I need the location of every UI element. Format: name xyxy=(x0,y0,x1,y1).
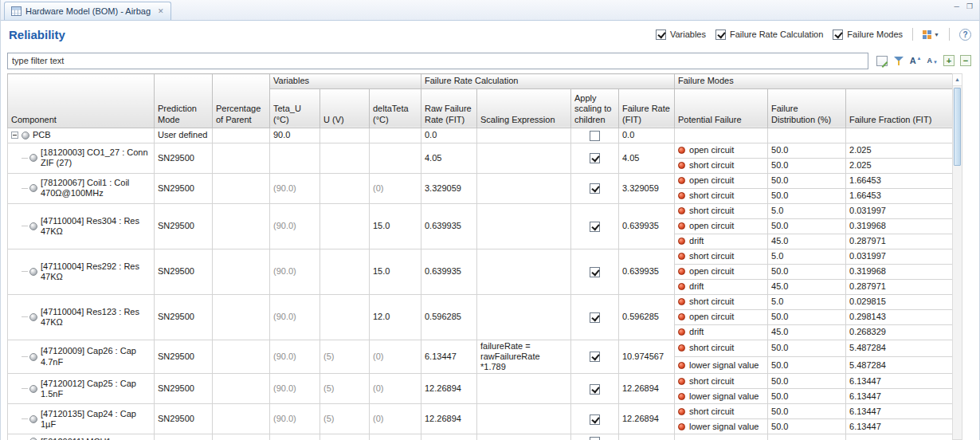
cell-failure-fraction[interactable]: 1.66453 xyxy=(846,188,953,203)
cell-teta-u[interactable]: (90.0) xyxy=(270,173,320,203)
cell-failure-distribution[interactable]: 50.0 xyxy=(768,188,846,203)
column-header-failure-distribution[interactable]: Failure Distribution (%) xyxy=(768,88,846,128)
cell-potential-failure[interactable]: short circuit xyxy=(675,249,768,264)
cell-raw-failure-rate[interactable]: 0.639935 xyxy=(421,249,477,294)
column-header-teta-u[interactable]: Teta_U (°C) xyxy=(270,88,320,128)
cell-percentage-of-parent[interactable] xyxy=(213,434,270,440)
cell-percentage-of-parent[interactable] xyxy=(213,128,270,143)
component-name[interactable]: [47120012] Cap25 : Cap 1.5nF xyxy=(41,379,151,399)
column-header-prediction-mode[interactable]: Prediction Mode xyxy=(155,74,213,128)
filter-input[interactable] xyxy=(7,53,868,69)
cell-raw-failure-rate[interactable]: 0.639935 xyxy=(421,203,477,249)
cell-failure-fraction[interactable]: 6.13447 xyxy=(846,404,953,419)
apply-scaling-checkbox[interactable] xyxy=(590,437,600,440)
cell-raw-failure-rate[interactable]: 12.26894 xyxy=(421,404,477,434)
cell-delta-teta[interactable]: (0) xyxy=(370,374,421,404)
cell-delta-teta[interactable]: (0) xyxy=(370,173,421,203)
cell-u[interactable]: (5) xyxy=(320,374,370,404)
cell-failure-fraction[interactable]: 2.025 xyxy=(846,143,953,158)
cell-teta-u[interactable]: (90.0) xyxy=(270,203,320,249)
toggle-failure-rate-calculation[interactable]: Failure Rate Calculation xyxy=(715,29,823,40)
cell-raw-failure-rate[interactable]: 4.05 xyxy=(421,143,477,173)
checkbox-icon[interactable] xyxy=(715,29,726,40)
column-header-u[interactable]: U (V) xyxy=(320,88,370,128)
column-header-apply-scaling[interactable]: Apply scaling to children xyxy=(571,88,619,128)
cell-failure-fraction[interactable]: 5.487284 xyxy=(846,340,953,356)
column-header-percentage-of-parent[interactable]: Percentage of Parent xyxy=(213,74,270,128)
checkbox-icon[interactable] xyxy=(833,29,843,40)
cell-teta-u[interactable] xyxy=(270,143,320,173)
cell-failure-distribution[interactable]: 50.0 xyxy=(768,374,846,389)
cell-u[interactable] xyxy=(320,128,370,143)
cell-raw-failure-rate[interactable]: 3.329059 xyxy=(421,173,477,203)
expand-all-icon[interactable]: + xyxy=(943,55,955,66)
cell-potential-failure[interactable]: short circuit xyxy=(675,340,768,356)
vertical-scrollbar[interactable]: ▲ xyxy=(952,73,962,440)
cell-potential-failure[interactable]: open circuit xyxy=(675,173,768,188)
cell-failure-distribution[interactable]: 5.0 xyxy=(768,203,846,218)
cell-u[interactable]: (5) xyxy=(320,404,370,434)
component-name[interactable]: [18120003] CO1_27 : Conn ZIF (27) xyxy=(41,147,151,168)
cell-prediction-mode[interactable]: SN29500 xyxy=(155,143,213,173)
table-edit-icon[interactable] xyxy=(876,56,888,66)
cell-failure-rate[interactable]: 10.974567 xyxy=(619,340,675,374)
cell-failure-distribution[interactable]: 50.0 xyxy=(768,357,846,374)
cell-teta-u[interactable] xyxy=(270,434,320,440)
apply-scaling-checkbox[interactable] xyxy=(590,414,600,425)
cell-failure-rate[interactable]: 0.0 xyxy=(619,128,675,143)
cell-failure-distribution[interactable]: 5.0 xyxy=(768,294,846,309)
cell-percentage-of-parent[interactable] xyxy=(213,404,270,434)
cell-failure-rate[interactable] xyxy=(619,434,675,440)
cell-percentage-of-parent[interactable] xyxy=(213,203,270,249)
cell-failure-distribution[interactable]: 50.0 xyxy=(768,309,846,324)
cell-failure-distribution[interactable]: 50.0 xyxy=(768,143,846,158)
cell-u[interactable] xyxy=(320,434,370,440)
column-header-component[interactable]: Component xyxy=(8,74,155,128)
cell-failure-fraction[interactable] xyxy=(846,434,953,440)
cell-failure-distribution[interactable]: 50.0 xyxy=(768,389,846,404)
cell-failure-distribution[interactable] xyxy=(768,434,846,440)
scrollbar-thumb[interactable] xyxy=(954,88,961,166)
cell-failure-distribution[interactable] xyxy=(768,128,846,143)
cell-failure-distribution[interactable]: 50.0 xyxy=(768,264,846,279)
cell-potential-failure[interactable]: short circuit xyxy=(675,158,768,173)
tree-collapse-icon[interactable] xyxy=(11,132,18,139)
cell-teta-u[interactable]: (90.0) xyxy=(270,404,320,434)
toggle-failure-modes[interactable]: Failure Modes xyxy=(833,29,903,40)
apply-scaling-checkbox[interactable] xyxy=(590,183,600,194)
cell-failure-rate[interactable]: 3.329059 xyxy=(619,173,675,203)
cell-failure-distribution[interactable]: 50.0 xyxy=(768,173,846,188)
cell-u[interactable] xyxy=(320,173,370,203)
cell-percentage-of-parent[interactable] xyxy=(213,374,270,404)
cell-potential-failure[interactable] xyxy=(675,128,768,143)
cell-potential-failure[interactable]: drift xyxy=(675,234,768,249)
cell-failure-fraction[interactable]: 5.487284 xyxy=(846,357,953,374)
cell-u[interactable]: (5) xyxy=(320,340,370,374)
cell-scaling-expression[interactable] xyxy=(477,374,571,404)
cell-teta-u[interactable]: 90.0 xyxy=(270,128,320,143)
cell-failure-fraction[interactable]: 6.13447 xyxy=(846,419,953,434)
cell-delta-teta[interactable]: 15.0 xyxy=(370,203,421,249)
cell-percentage-of-parent[interactable] xyxy=(213,173,270,203)
cell-prediction-mode[interactable]: SN29500 xyxy=(155,374,213,404)
cell-delta-teta[interactable] xyxy=(370,128,421,143)
cell-prediction-mode[interactable]: SN29500 xyxy=(155,203,213,249)
column-header-delta-teta[interactable]: deltaTeta (°C) xyxy=(370,88,421,128)
cell-raw-failure-rate[interactable]: 0.596285 xyxy=(421,294,477,340)
cell-u[interactable] xyxy=(320,203,370,249)
cell-failure-fraction[interactable]: 2.025 xyxy=(846,158,953,173)
view-menu-button[interactable]: ▼ xyxy=(923,30,939,39)
filter-columns-icon[interactable] xyxy=(893,56,904,66)
cell-prediction-mode[interactable]: SN29500 xyxy=(155,294,213,340)
component-name[interactable]: [50120011] MCU1 : xyxy=(41,437,116,440)
column-header-potential-failure[interactable]: Potential Failure xyxy=(675,88,768,128)
component-name[interactable]: [47110004] Res292 : Res 47KΩ xyxy=(41,261,151,282)
cell-potential-failure[interactable]: open circuit xyxy=(675,143,768,158)
cell-potential-failure[interactable]: open circuit xyxy=(675,309,768,324)
cell-failure-fraction[interactable]: 0.031997 xyxy=(846,203,953,218)
cell-prediction-mode[interactable] xyxy=(155,434,213,440)
cell-failure-fraction[interactable]: 1.66453 xyxy=(846,173,953,188)
scroll-up-icon[interactable]: ▲ xyxy=(953,74,962,86)
cell-teta-u[interactable]: (90.0) xyxy=(270,249,320,294)
cell-teta-u[interactable]: (90.0) xyxy=(270,374,320,404)
